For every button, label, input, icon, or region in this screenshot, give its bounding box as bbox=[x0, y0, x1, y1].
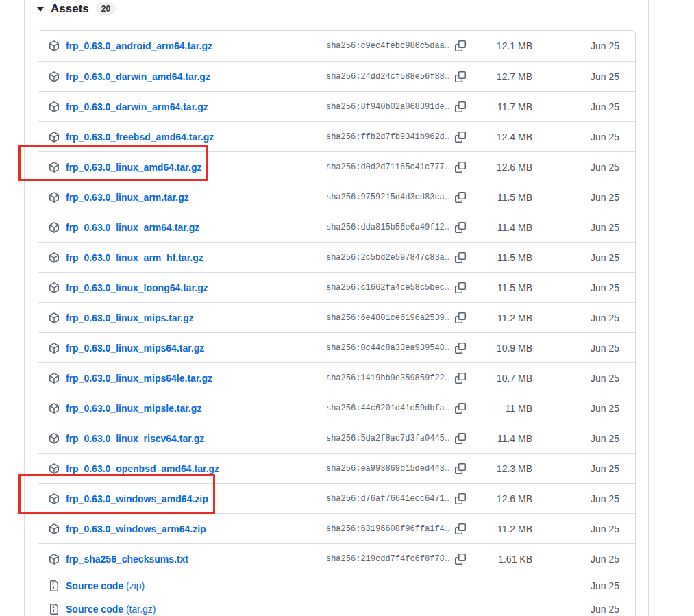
asset-hash-cell: sha256:9759215d4d3cd83ca… bbox=[326, 192, 466, 203]
copy-icon[interactable] bbox=[455, 252, 466, 263]
copy-icon[interactable] bbox=[455, 433, 466, 444]
asset-name-cell: frp_0.63.0_linux_mips64.tar.gz bbox=[49, 343, 326, 354]
package-icon bbox=[49, 403, 60, 414]
asset-download-link[interactable]: frp_0.63.0_openbsd_amd64.tar.gz bbox=[66, 463, 219, 474]
asset-download-link[interactable]: frp_0.63.0_linux_arm_hf.tar.gz bbox=[66, 252, 203, 263]
asset-date: Jun 25 bbox=[532, 403, 619, 414]
asset-hash-cell: sha256:6e4801ce6196a2539… bbox=[326, 312, 466, 323]
asset-download-link[interactable]: frp_0.63.0_darwin_arm64.tar.gz bbox=[66, 101, 208, 112]
copy-icon[interactable] bbox=[455, 343, 466, 354]
asset-size: 12.3 MB bbox=[466, 463, 532, 474]
asset-download-link[interactable]: frp_0.63.0_linux_amd64.tar.gz bbox=[66, 162, 201, 173]
page-right-border-line bbox=[648, 0, 649, 616]
asset-download-link[interactable]: frp_0.63.0_linux_arm64.tar.gz bbox=[66, 222, 199, 233]
asset-row: frp_0.63.0_linux_arm_hf.tar.gz sha256:2c… bbox=[38, 242, 635, 272]
asset-download-link[interactable]: frp_0.63.0_windows_amd64.zip bbox=[66, 493, 208, 504]
asset-download-link[interactable]: frp_0.63.0_freebsd_amd64.tar.gz bbox=[66, 132, 214, 143]
copy-icon[interactable] bbox=[455, 222, 466, 233]
package-icon bbox=[49, 554, 60, 565]
asset-download-link[interactable]: frp_0.63.0_linux_mips64.tar.gz bbox=[66, 343, 204, 354]
asset-name-cell: frp_0.63.0_darwin_amd64.tar.gz bbox=[49, 71, 326, 82]
asset-download-link[interactable]: frp_0.63.0_linux_mips64le.tar.gz bbox=[66, 373, 212, 384]
source-code-label: Source code bbox=[66, 604, 123, 615]
copy-icon[interactable] bbox=[455, 523, 466, 534]
package-icon bbox=[49, 101, 60, 112]
package-icon bbox=[49, 312, 60, 323]
assets-collapse-toggle[interactable]: Assets 20 bbox=[37, 2, 116, 16]
asset-hash-cell: sha256:1419bb9e359859f22… bbox=[326, 373, 466, 384]
asset-download-link[interactable]: frp_0.63.0_linux_arm.tar.gz bbox=[66, 192, 189, 203]
asset-date: Jun 25 bbox=[532, 373, 619, 384]
copy-icon[interactable] bbox=[455, 463, 466, 474]
asset-row: frp_sha256_checksums.txt sha256:219cdd7f… bbox=[38, 543, 635, 574]
sha256-hash: sha256:1419bb9e359859f22… bbox=[326, 373, 449, 383]
package-icon bbox=[49, 523, 60, 534]
asset-date: Jun 25 bbox=[532, 312, 619, 323]
asset-date: Jun 25 bbox=[532, 40, 619, 51]
copy-icon[interactable] bbox=[455, 403, 466, 414]
sha256-hash: sha256:dda815b56e6a49f12… bbox=[326, 223, 449, 232]
source-code-link[interactable]: Source code (zip) bbox=[66, 580, 145, 591]
asset-size: 11.4 MB bbox=[466, 222, 532, 233]
package-icon bbox=[49, 373, 60, 384]
asset-row: frp_0.63.0_android_arm64.tar.gz sha256:c… bbox=[38, 31, 635, 61]
assets-title: Assets bbox=[51, 2, 89, 16]
asset-date: Jun 25 bbox=[532, 101, 619, 112]
copy-icon[interactable] bbox=[455, 312, 466, 323]
asset-download-link[interactable]: frp_0.63.0_linux_loong64.tar.gz bbox=[66, 282, 208, 293]
asset-download-link[interactable]: frp_sha256_checksums.txt bbox=[66, 554, 188, 565]
asset-row: frp_0.63.0_linux_arm64.tar.gz sha256:dda… bbox=[38, 212, 635, 242]
asset-date: Jun 25 bbox=[532, 192, 619, 203]
asset-hash-cell: sha256:c1662fa4ce58c5bec… bbox=[326, 282, 466, 293]
package-icon bbox=[49, 71, 60, 82]
asset-download-link[interactable]: frp_0.63.0_linux_mips.tar.gz bbox=[66, 312, 194, 323]
asset-date: Jun 25 bbox=[532, 252, 619, 263]
package-icon bbox=[49, 463, 60, 474]
source-code-format: (zip) bbox=[126, 580, 145, 591]
asset-hash-cell: sha256:8f940b02a068391de… bbox=[326, 101, 466, 112]
asset-date: Jun 25 bbox=[532, 132, 619, 143]
asset-hash-cell: sha256:d0d2d71165c41c777… bbox=[326, 162, 466, 173]
source-code-link[interactable]: Source code (tar.gz) bbox=[66, 604, 156, 615]
copy-icon[interactable] bbox=[455, 493, 466, 504]
package-icon bbox=[49, 282, 60, 293]
asset-download-link[interactable]: frp_0.63.0_linux_riscv64.tar.gz bbox=[66, 433, 204, 444]
asset-download-link[interactable]: frp_0.63.0_android_arm64.tar.gz bbox=[66, 40, 212, 51]
asset-download-link[interactable]: frp_0.63.0_linux_mipsle.tar.gz bbox=[66, 403, 201, 414]
sha256-hash: sha256:63196608f96ffa1f4… bbox=[326, 524, 449, 534]
copy-icon[interactable] bbox=[455, 162, 466, 173]
asset-name-cell: frp_0.63.0_linux_arm_hf.tar.gz bbox=[49, 252, 326, 263]
copy-icon[interactable] bbox=[455, 132, 466, 143]
asset-name-cell: frp_0.63.0_linux_mips.tar.gz bbox=[49, 312, 326, 323]
asset-size: 11.2 MB bbox=[466, 312, 532, 323]
asset-date: Jun 25 bbox=[532, 343, 619, 354]
triangle-down-icon[interactable] bbox=[37, 7, 44, 12]
sha256-hash: sha256:5da2f8ac7d3fa0445… bbox=[326, 434, 449, 443]
copy-icon[interactable] bbox=[455, 71, 466, 82]
package-icon bbox=[49, 222, 60, 233]
package-icon bbox=[49, 192, 60, 203]
asset-download-link[interactable]: frp_0.63.0_windows_arm64.zip bbox=[66, 523, 206, 534]
copy-icon[interactable] bbox=[455, 373, 466, 384]
sha256-hash: sha256:c1662fa4ce58c5bec… bbox=[326, 283, 449, 293]
asset-name-cell: frp_sha256_checksums.txt bbox=[49, 554, 326, 565]
copy-icon[interactable] bbox=[455, 282, 466, 293]
asset-name-cell: frp_0.63.0_windows_amd64.zip bbox=[49, 493, 326, 504]
asset-name-cell: frp_0.63.0_linux_loong64.tar.gz bbox=[49, 282, 326, 293]
copy-icon[interactable] bbox=[455, 192, 466, 203]
asset-hash-cell: sha256:c9ec4febc986c5daa… bbox=[326, 40, 466, 51]
asset-hash-cell: sha256:44c6201d41c59dbfa… bbox=[326, 403, 466, 414]
asset-row: frp_0.63.0_darwin_amd64.tar.gz sha256:24… bbox=[38, 61, 635, 91]
copy-icon[interactable] bbox=[455, 101, 466, 112]
asset-download-link[interactable]: frp_0.63.0_darwin_amd64.tar.gz bbox=[66, 71, 210, 82]
sha256-hash: sha256:8f940b02a068391de… bbox=[326, 102, 449, 112]
copy-icon[interactable] bbox=[455, 40, 466, 51]
asset-date: Jun 25 bbox=[532, 162, 619, 173]
asset-name-cell: frp_0.63.0_linux_amd64.tar.gz bbox=[49, 162, 326, 173]
asset-hash-cell: sha256:ea993869b15ded443… bbox=[326, 463, 466, 474]
asset-date: Jun 25 bbox=[532, 554, 619, 565]
asset-hash-cell: sha256:dda815b56e6a49f12… bbox=[326, 222, 466, 233]
asset-name-cell: frp_0.63.0_openbsd_amd64.tar.gz bbox=[49, 463, 326, 474]
sha256-hash: sha256:9759215d4d3cd83ca… bbox=[326, 193, 449, 202]
copy-icon[interactable] bbox=[455, 554, 466, 565]
